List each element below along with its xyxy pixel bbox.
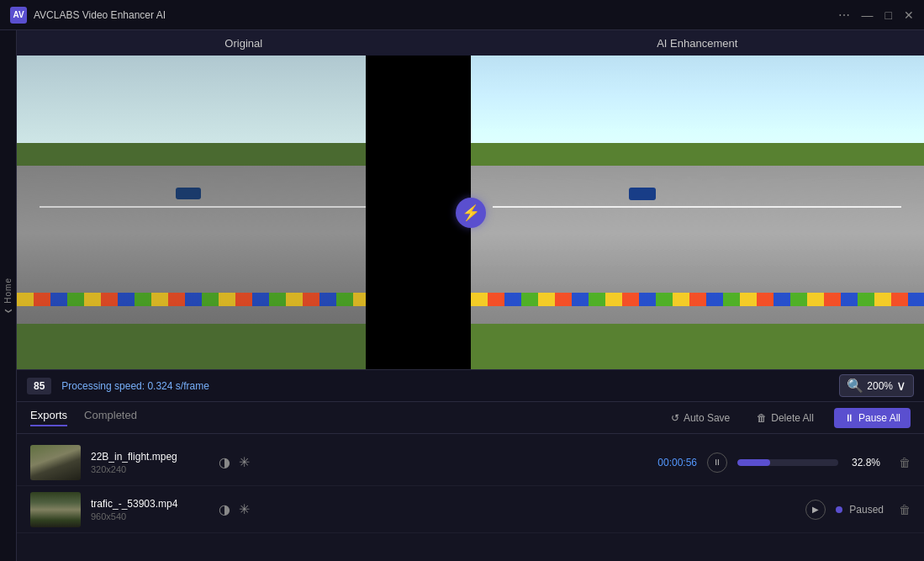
export-controls-2: ◑ ✳ bbox=[219, 501, 250, 517]
delete-all-button[interactable]: 🗑 Delete All bbox=[750, 409, 821, 427]
tabs-bar: Exports Completed ↺ Auto Save 🗑 Delete A… bbox=[17, 402, 924, 434]
auto-save-button[interactable]: ↺ Auto Save bbox=[664, 409, 737, 427]
zoom-value: 200% bbox=[867, 380, 893, 392]
title-bar: AV AVCLABS Video Enhancer AI ⋯ — □ ✕ bbox=[0, 0, 924, 30]
export-row-2: trafic_-_53903.mp4 960x540 ◑ ✳ ▶ Paused … bbox=[17, 486, 924, 533]
split-divider-button[interactable]: ⚡ bbox=[456, 198, 486, 228]
export-resolution-2: 960x540 bbox=[91, 511, 209, 521]
export-row: 22B_in_flight.mpeg 320x240 ◑ ✳ 00:00:56 … bbox=[17, 439, 924, 486]
lightning-icon: ⚡ bbox=[462, 204, 480, 222]
close-button[interactable]: ✕ bbox=[904, 9, 914, 21]
original-video-pane bbox=[17, 56, 471, 369]
track-line-enhanced bbox=[493, 206, 901, 208]
export-play-button-2[interactable]: ▶ bbox=[805, 500, 826, 520]
speed-value: 0.324 bbox=[147, 380, 172, 392]
progress-fill-1 bbox=[737, 459, 770, 466]
pause-all-icon: ⏸ bbox=[844, 412, 854, 424]
original-track-visual bbox=[17, 56, 471, 369]
sidebar-home-item[interactable]: ❮ Home bbox=[3, 278, 13, 314]
enhanced-video-pane bbox=[471, 56, 925, 369]
pause-all-button[interactable]: ⏸ Pause All bbox=[834, 408, 911, 428]
tab-exports[interactable]: Exports bbox=[30, 409, 67, 426]
tabs-left: Exports Completed bbox=[30, 409, 137, 426]
auto-save-icon: ↺ bbox=[671, 412, 679, 424]
brightness-icon-2[interactable]: ◑ bbox=[219, 501, 230, 517]
original-label: Original bbox=[17, 37, 471, 50]
export-info-2: trafic_-_53903.mp4 960x540 bbox=[91, 498, 209, 521]
track-sky-enhanced bbox=[471, 56, 925, 150]
paused-dot-2 bbox=[836, 506, 842, 513]
video-container: ⚡ bbox=[17, 56, 924, 369]
progress-bar-1 bbox=[737, 459, 838, 466]
processing-bar: 85 Processing speed: 0.324 s/frame 🔍 200… bbox=[17, 369, 924, 401]
bottom-panel: Exports Completed ↺ Auto Save 🗑 Delete A… bbox=[17, 401, 924, 561]
title-bar-left: AV AVCLABS Video Enhancer AI bbox=[10, 7, 166, 24]
play-icon-2: ▶ bbox=[812, 505, 819, 514]
app-logo: AV bbox=[10, 7, 27, 24]
app-name: AVCLABS Video Enhancer AI bbox=[34, 9, 166, 21]
delete-all-icon: 🗑 bbox=[757, 412, 767, 424]
zoom-chevron-icon: ∨ bbox=[896, 378, 906, 394]
original-video-frame bbox=[17, 56, 471, 369]
sidebar[interactable]: ❮ Home bbox=[0, 30, 17, 561]
delete-button-2[interactable]: 🗑 bbox=[899, 503, 911, 516]
minimize-button[interactable]: — bbox=[862, 9, 874, 21]
export-info-1: 22B_in_flight.mpeg 320x240 bbox=[91, 451, 209, 474]
thumb-visual-2 bbox=[30, 492, 81, 527]
enhanced-video-frame bbox=[471, 56, 925, 369]
export-thumb-1 bbox=[30, 445, 81, 480]
zoom-icon: 🔍 bbox=[847, 378, 863, 394]
delete-button-1[interactable]: 🗑 bbox=[899, 456, 911, 469]
export-filename-2: trafic_-_53903.mp4 bbox=[91, 498, 209, 510]
export-pause-button-1[interactable]: ⏸ bbox=[707, 453, 727, 473]
effects-icon-1[interactable]: ✳ bbox=[239, 454, 250, 470]
track-car-enhanced bbox=[629, 188, 656, 200]
track-car-original bbox=[176, 188, 201, 199]
export-controls-1: ◑ ✳ bbox=[219, 454, 250, 470]
brightness-icon-1[interactable]: ◑ bbox=[219, 454, 230, 470]
tabs-actions: ↺ Auto Save 🗑 Delete All ⏸ Pause All bbox=[664, 408, 911, 428]
effects-icon-2[interactable]: ✳ bbox=[239, 501, 250, 517]
title-bar-controls: ⋯ — □ ✕ bbox=[838, 9, 914, 21]
export-filename-1: 22B_in_flight.mpeg bbox=[91, 451, 209, 463]
enhanced-label: AI Enhancement bbox=[471, 37, 925, 50]
thumb-visual-1 bbox=[30, 445, 81, 480]
processing-speed: Processing speed: 0.324 s/frame bbox=[61, 380, 209, 392]
paused-progress-2: Paused bbox=[836, 504, 884, 516]
logo-text: AV bbox=[13, 10, 24, 19]
sidebar-home-label: Home bbox=[3, 278, 13, 304]
main-content: Original AI Enhancement bbox=[17, 30, 924, 561]
pause-icon-1: ⏸ bbox=[713, 458, 721, 467]
video-labels: Original AI Enhancement bbox=[17, 30, 924, 56]
progress-label-1: 32.8% bbox=[848, 457, 884, 468]
sidebar-chevron-icon: ❮ bbox=[4, 307, 12, 314]
enhanced-track-visual bbox=[471, 56, 925, 369]
zoom-control[interactable]: 🔍 200% ∨ bbox=[839, 374, 914, 397]
video-section: Original AI Enhancement bbox=[17, 30, 924, 401]
frame-counter: 85 bbox=[27, 378, 51, 394]
tab-completed[interactable]: Completed bbox=[84, 409, 137, 426]
export-time-1: 00:00:56 bbox=[647, 457, 697, 468]
export-list: 22B_in_flight.mpeg 320x240 ◑ ✳ 00:00:56 … bbox=[17, 434, 924, 561]
paused-label-2: Paused bbox=[849, 504, 884, 516]
track-banners-enhanced bbox=[471, 293, 925, 306]
export-thumb-2 bbox=[30, 492, 81, 527]
export-resolution-1: 320x240 bbox=[91, 464, 209, 474]
menu-icon[interactable]: ⋯ bbox=[838, 9, 850, 21]
restore-button[interactable]: □ bbox=[885, 9, 892, 21]
